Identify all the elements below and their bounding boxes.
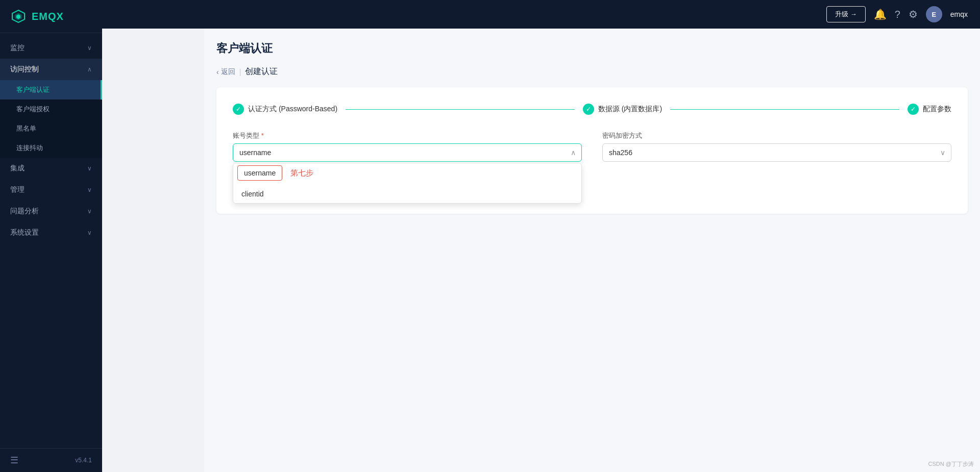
password-encrypt-select[interactable]: sha256 md5 bcrypt	[602, 143, 951, 162]
account-type-select-wrapper: username ∧ username 第七步 clientid	[233, 143, 582, 162]
dropdown-item-clientid[interactable]: clientid	[233, 185, 581, 203]
sidebar-item-integration[interactable]: 集成 ∨	[0, 158, 102, 179]
breadcrumb-separator: |	[239, 68, 241, 76]
sidebar: EMQX 监控 ∨ 访问控制 ∧ 客户端认证 客户端授权 黑名单	[0, 0, 102, 472]
logo: EMQX	[0, 0, 102, 33]
stepper: ✓ 认证方式 (Password-Based) ✓ 数据源 (内置数据库) ✓ …	[233, 104, 951, 115]
chevron-up-icon: ∧	[87, 66, 92, 73]
chevron-down-icon-integration: ∨	[87, 165, 92, 172]
required-mark: *	[261, 132, 264, 139]
account-type-dropdown: username 第七步 clientid	[233, 163, 582, 204]
account-type-label: 账号类型 *	[233, 131, 582, 140]
breadcrumb-back-button[interactable]: ‹ 返回	[216, 67, 235, 77]
step-annotation: 第七步	[290, 168, 313, 178]
step-auth-method: ✓ 认证方式 (Password-Based)	[233, 104, 337, 115]
topbar: 升级 → 🔔 ? ⚙ E emqx	[102, 0, 980, 29]
account-type-group: 账号类型 * username ∧ username 第七步	[233, 131, 582, 162]
sidebar-menu: 监控 ∨ 访问控制 ∧ 客户端认证 客户端授权 黑名单 连接抖动	[0, 33, 102, 448]
dropdown-item-username[interactable]: username	[237, 165, 282, 181]
sidebar-item-conn-jitter-label: 连接抖动	[16, 143, 43, 153]
user-name-label: emqx	[950, 10, 968, 18]
sidebar-collapse-icon[interactable]: ☰	[10, 455, 18, 466]
step-data-source-label: 数据源 (内置数据库)	[598, 105, 662, 114]
password-encrypt-group: 密码加密方式 sha256 md5 bcrypt ∨	[602, 131, 951, 162]
sidebar-item-monitor-label: 监控	[10, 43, 24, 53]
step-auth-method-label: 认证方式 (Password-Based)	[248, 105, 337, 114]
sidebar-item-integration-label: 集成	[10, 164, 24, 173]
breadcrumb: ‹ 返回 | 创建认证	[216, 66, 968, 77]
watermark: CSDN @丁丁步涛	[928, 460, 974, 468]
page-title: 客户端认证	[216, 41, 968, 56]
sidebar-item-client-auth-label: 客户端认证	[16, 85, 50, 94]
notification-icon[interactable]: 🔔	[874, 8, 887, 20]
help-icon[interactable]: ?	[895, 9, 900, 20]
password-encrypt-label: 密码加密方式	[602, 131, 951, 140]
back-arrow-icon: ‹	[216, 68, 219, 76]
sidebar-item-system-settings[interactable]: 系统设置 ∨	[0, 222, 102, 243]
step-divider-2	[670, 109, 899, 110]
sidebar-item-conn-jitter[interactable]: 连接抖动	[0, 138, 102, 158]
sidebar-item-client-authz-label: 客户端授权	[16, 105, 50, 114]
chevron-down-icon-system: ∨	[87, 229, 92, 236]
sidebar-item-management-label: 管理	[10, 185, 24, 194]
sidebar-item-monitor[interactable]: 监控 ∨	[0, 37, 102, 59]
step-config-params-label: 配置参数	[923, 105, 951, 114]
step-data-source-check: ✓	[583, 104, 594, 115]
sidebar-item-access-control[interactable]: 访问控制 ∧	[0, 59, 102, 80]
step-config-params-check: ✓	[908, 104, 919, 115]
sidebar-item-blacklist-label: 黑名单	[16, 124, 36, 133]
version-label: v5.4.1	[75, 457, 92, 464]
upgrade-button[interactable]: 升级 →	[826, 6, 866, 22]
form-row: 账号类型 * username ∧ username 第七步	[233, 131, 951, 162]
sidebar-item-system-settings-label: 系统设置	[10, 228, 39, 237]
password-encrypt-select-wrapper: sha256 md5 bcrypt ∨	[602, 143, 951, 162]
submenu-access-control: 客户端认证 客户端授权 黑名单 连接抖动	[0, 80, 102, 158]
sidebar-item-problem-analysis-label: 问题分析	[10, 207, 39, 216]
chevron-down-icon: ∨	[87, 44, 92, 52]
user-avatar: E	[926, 6, 942, 22]
step-data-source: ✓ 数据源 (内置数据库)	[583, 104, 662, 115]
chevron-down-icon-problem: ∨	[87, 208, 92, 215]
sidebar-item-blacklist[interactable]: 黑名单	[0, 119, 102, 138]
sidebar-item-access-control-label: 访问控制	[10, 65, 39, 74]
sidebar-item-client-authz[interactable]: 客户端授权	[0, 100, 102, 119]
main-content: 客户端认证 ‹ 返回 | 创建认证 ✓ 认证方式 (Password-Based…	[204, 29, 980, 472]
main-card: ✓ 认证方式 (Password-Based) ✓ 数据源 (内置数据库) ✓ …	[216, 87, 968, 214]
sidebar-item-management[interactable]: 管理 ∨	[0, 179, 102, 201]
step-auth-method-check: ✓	[233, 104, 244, 115]
settings-icon[interactable]: ⚙	[909, 8, 918, 20]
breadcrumb-back-label: 返回	[221, 67, 235, 77]
breadcrumb-current-label: 创建认证	[245, 66, 278, 77]
step-divider-1	[346, 109, 575, 110]
emqx-logo-icon	[10, 8, 27, 24]
logo-text: EMQX	[32, 11, 64, 22]
step-config-params: ✓ 配置参数	[908, 104, 951, 115]
sidebar-footer: ☰ v5.4.1	[0, 448, 102, 472]
sidebar-item-client-auth[interactable]: 客户端认证	[0, 80, 102, 100]
chevron-down-icon-management: ∨	[87, 186, 92, 193]
sidebar-item-problem-analysis[interactable]: 问题分析 ∨	[0, 201, 102, 222]
account-type-select[interactable]: username	[233, 143, 582, 162]
